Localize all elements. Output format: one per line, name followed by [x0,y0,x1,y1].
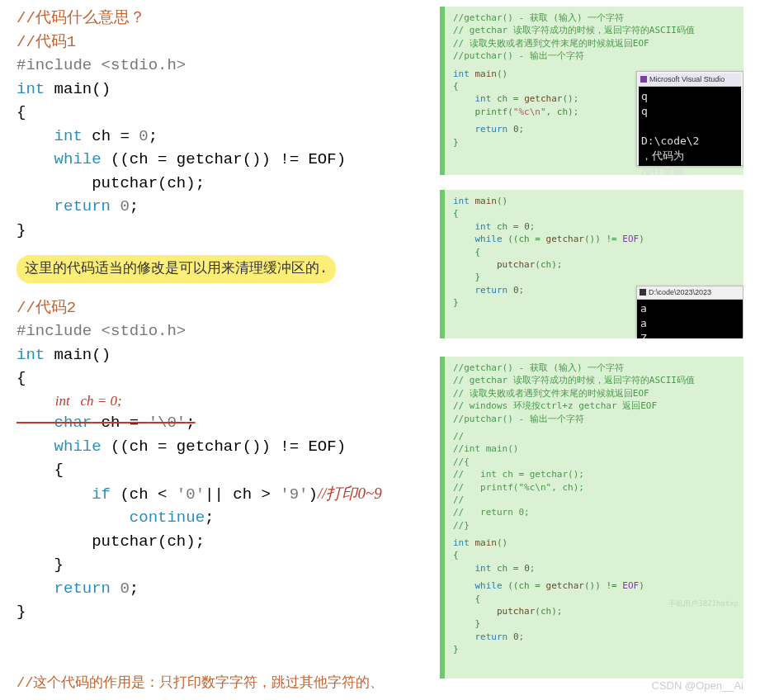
code-line: int main() [17,78,429,102]
code-line: } [17,600,429,624]
code-line: return 0; [17,577,429,601]
code-line: while ((ch = getchar()) != EOF) [17,435,429,459]
code-line: putchar(ch); [17,530,429,554]
vs-console-popup: Microsoft Visual Studio q q D:\code\2 ，代… [636,71,743,166]
code-line: if (ch < '0'|| ch > '9')//打印0~9 [17,482,429,507]
console-output: a a Z Z [637,300,743,338]
include-line: #include <stdio.h> [17,54,429,78]
code-line: return 0; [17,195,429,219]
code-line: { [17,101,429,125]
code-line: while ((ch = getchar()) != EOF) [17,148,429,172]
footer-comment: //这个代码的作用是：只打印数字字符，跳过其他字符的、 [17,673,384,692]
code-screenshot-3: //getchar() - 获取 (输入) 一个字符 // getchar 读取… [440,357,743,679]
console-output: q q D:\code\2 ，代码为 按任意键 [639,87,741,166]
code-screenshot-1: //getchar() - 获取 (输入) 一个字符 // getchar 读取… [440,7,743,175]
highlight-note: 这里的代码适当的修改是可以用来清理缓冲区的. [17,250,429,288]
left-code-column: //代码什么意思？ //代码1 #include <stdio.h> int m… [17,7,429,624]
code-line: continue; [17,506,429,530]
handwritten-annotation: int ch = 0; [17,390,429,412]
code-line: } [17,553,429,577]
comment-line: //代码2 [17,296,429,320]
code-line: { [17,367,429,390]
code-line: int main() [17,343,429,367]
code-line: int ch = 0; [17,125,429,149]
console-icon [640,289,646,296]
code-line-struck: char ch = '\0'; [17,411,429,435]
code-line: { [17,458,429,482]
vs-icon [640,76,647,83]
code-line: } [17,219,429,243]
comment-line: //代码什么意思？ [17,7,429,31]
comment-line: //代码1 [17,31,429,54]
code-line: putchar(ch); [17,172,429,196]
watermark: CSDN @Open__Ai [652,679,743,692]
inner-watermark: 手机用户3821hatxp [668,598,739,609]
console-popup: D:\code\2023\2023 a a Z Z [636,286,743,337]
code-screenshot-2: int main() { int ch = 0; while ((ch = ge… [440,190,743,338]
include-line: #include <stdio.h> [17,319,429,343]
